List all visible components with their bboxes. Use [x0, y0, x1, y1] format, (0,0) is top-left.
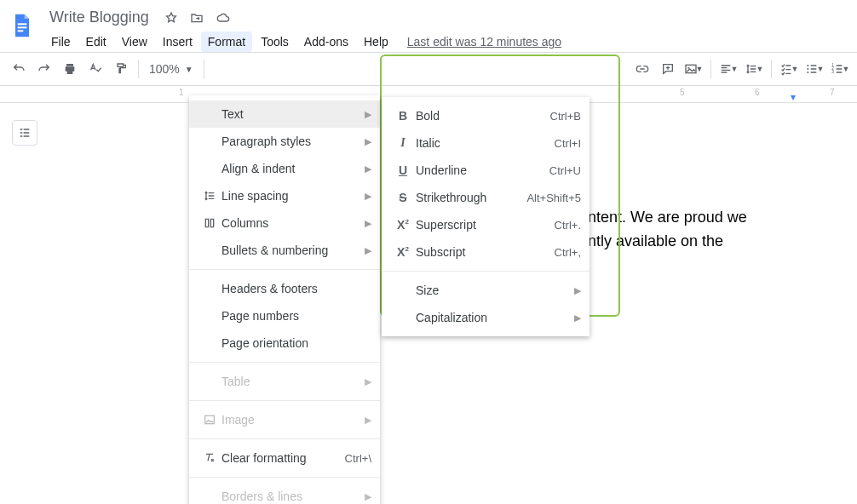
insert-link-button[interactable] — [630, 57, 654, 81]
format-page-numbers-item[interactable]: Page numbers — [189, 302, 380, 329]
format-bullets-numbering-item[interactable]: Bullets & numbering▶ — [189, 237, 380, 264]
numbered-list-button[interactable]: 123▼ — [828, 57, 852, 81]
toolbar: 100%▼ ▼ ▼ ▼ ▼ ▼ 123▼ — [0, 52, 857, 86]
clear-format-icon — [198, 451, 221, 465]
svg-rect-0 — [18, 23, 27, 25]
format-clear-formatting-item[interactable]: Clear formatting Ctrl+\ — [189, 444, 380, 472]
format-image-item: Image▶ — [189, 406, 380, 433]
format-borders-lines-item: Borders & lines▶ — [189, 483, 380, 504]
line-spacing-icon — [198, 189, 221, 203]
checklist-button[interactable]: ▼ — [777, 57, 801, 81]
svg-point-6 — [807, 68, 808, 70]
align-button[interactable]: ▼ — [716, 57, 740, 81]
text-submenu: B Bold Ctrl+B I Italic Ctrl+I U Underlin… — [382, 97, 590, 336]
insert-image-button[interactable]: ▼ — [682, 57, 705, 81]
svg-point-4 — [687, 67, 689, 69]
underline-icon: U — [390, 163, 416, 177]
menu-file[interactable]: File — [44, 32, 78, 52]
menu-tools[interactable]: Tools — [254, 32, 296, 52]
image-icon — [198, 413, 221, 427]
format-page-orientation-item[interactable]: Page orientation — [189, 329, 380, 357]
format-menu-dropdown: Text▶ Paragraph styles▶ Align & indent▶ … — [189, 95, 380, 504]
bulleted-list-button[interactable]: ▼ — [802, 57, 826, 81]
subscript-icon: X2 — [390, 245, 416, 259]
print-button[interactable] — [58, 57, 82, 81]
text-capitalization-item[interactable]: Capitalization▶ — [382, 304, 590, 331]
menubar: File Edit View Insert Format Tools Add-o… — [44, 32, 850, 52]
italic-icon: I — [390, 136, 416, 150]
line-spacing-button[interactable]: ▼ — [742, 57, 766, 81]
columns-icon — [198, 216, 221, 230]
spellcheck-button[interactable] — [83, 57, 107, 81]
svg-rect-1 — [18, 26, 27, 28]
paint-format-button[interactable] — [109, 57, 133, 81]
bold-icon: B — [390, 109, 416, 123]
last-edit-link[interactable]: Last edit was 12 minutes ago — [407, 35, 561, 49]
text-bold-item[interactable]: B Bold Ctrl+B — [382, 102, 590, 129]
text-size-item[interactable]: Size▶ — [382, 277, 590, 304]
text-strikethrough-item[interactable]: S Strikethrough Alt+Shift+5 — [382, 184, 590, 211]
menu-insert[interactable]: Insert — [156, 32, 199, 52]
format-text-item[interactable]: Text▶ — [189, 100, 380, 128]
cloud-saved-icon[interactable] — [216, 11, 231, 25]
menu-edit[interactable]: Edit — [79, 32, 113, 52]
text-underline-item[interactable]: U Underline Ctrl+U — [382, 157, 590, 184]
document-outline-button[interactable] — [12, 120, 37, 146]
move-icon[interactable] — [190, 11, 204, 25]
star-icon[interactable] — [164, 11, 178, 25]
text-subscript-item[interactable]: X2 Subscript Ctrl+, — [382, 238, 590, 266]
zoom-selector[interactable]: 100%▼ — [144, 62, 198, 76]
add-comment-button[interactable] — [656, 57, 680, 81]
menu-format[interactable]: Format — [201, 32, 252, 52]
superscript-icon: X2 — [390, 218, 416, 232]
undo-button[interactable] — [7, 57, 31, 81]
menu-view[interactable]: View — [115, 32, 154, 52]
right-indent-marker[interactable]: ▾ — [791, 91, 796, 103]
format-columns-item[interactable]: Columns▶ — [189, 209, 380, 237]
caret-down-icon: ▼ — [185, 65, 193, 74]
svg-rect-2 — [18, 30, 24, 32]
format-align-indent-item[interactable]: Align & indent▶ — [189, 155, 380, 182]
text-superscript-item[interactable]: X2 Superscript Ctrl+. — [382, 211, 590, 238]
redo-button[interactable] — [32, 57, 56, 81]
format-headers-footers-item[interactable]: Headers & footers — [189, 275, 380, 302]
strikethrough-icon: S — [390, 191, 416, 204]
format-line-spacing-item[interactable]: Line spacing▶ — [189, 182, 380, 209]
menu-addons[interactable]: Add-ons — [297, 32, 355, 52]
format-paragraph-styles-item[interactable]: Paragraph styles▶ — [189, 128, 380, 155]
docs-logo[interactable] — [7, 10, 37, 41]
text-italic-item[interactable]: I Italic Ctrl+I — [382, 129, 590, 157]
document-title[interactable]: Write Blogging — [44, 7, 154, 28]
menu-help[interactable]: Help — [357, 32, 395, 52]
svg-text:3: 3 — [831, 70, 834, 74]
svg-point-7 — [807, 72, 808, 73]
svg-point-5 — [807, 65, 808, 66]
format-table-item: Table▶ — [189, 368, 380, 395]
